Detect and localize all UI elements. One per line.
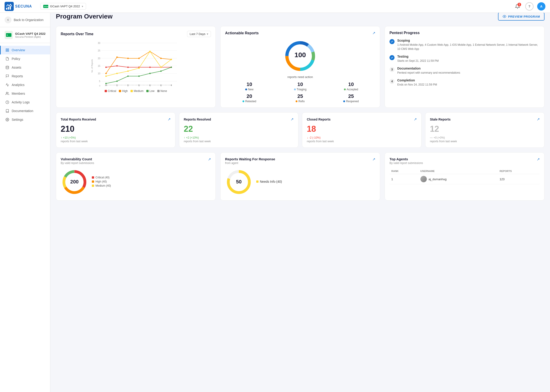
pentest-title: Pentest Progress [390,31,420,35]
stat-resolved-sublabel: reports from last week [184,140,294,143]
sidebar-item-documentation[interactable]: Documentation [0,107,50,115]
legend-none-label: None [160,89,167,93]
sidebar-item-documentation-label: Documentation [12,109,33,113]
svg-point-50 [127,58,129,59]
chart-filter-dropdown[interactable]: Last 7 Days ▾ [187,31,211,37]
vuln-medium-dot [92,185,94,187]
svg-text:Nov: Nov [104,86,108,86]
donut-center-value: 100 [295,51,306,59]
svg-point-57 [127,70,129,72]
page-title: Program Overview [56,13,112,20]
legend-critical-label: Critical [108,89,116,93]
stat-total-change: ↑ +10 (+5%) [61,136,171,139]
sidebar-item-overview[interactable]: Overview [0,46,50,55]
book-icon [5,109,9,113]
document-icon [5,57,9,61]
agents-title: Top Agents [390,157,423,161]
closed-down-icon: ↓ [307,136,308,139]
sidebar-item-assets-label: Assets [12,66,21,69]
pentest-header: Pentest Progress [390,31,540,35]
action-refix-dot [296,100,297,102]
stat-stale-value: 12 [430,124,540,134]
agent-rank-1: 1 [390,174,419,184]
action-accepted-dot [344,89,346,90]
legend-low-dot [146,90,149,92]
vuln-donut-value: 200 [70,179,79,185]
sidebar-item-policy-label: Policy [12,57,20,61]
legend-high: High [119,89,128,93]
svg-point-70 [116,85,118,86]
waiting-donut-svg: 50 [225,168,253,196]
action-triaging-value: 10 [276,81,325,87]
topnav: SECUNA GCash GCash VAPT Q4 2022 ▾ 1 ? A [0,0,550,13]
waiting-title: Reports Waiting For Response [225,157,275,161]
preview-program-button[interactable]: PREVIEW PROGRAM [498,12,544,21]
filter-chevron-icon: ▾ [207,32,208,36]
action-grid: 10 New 10 Triaging 10 [225,81,375,103]
action-triaging-dot [294,89,296,90]
user-avatar[interactable]: A [537,2,545,11]
svg-point-60 [160,67,162,68]
reports-chart-title: Reports Over Time [61,32,94,36]
stat-resolved: Reports Resolved ↗ 22 ↑ +2 (+10%) report… [179,112,299,148]
reports-need-action-label: reports need action [225,75,375,79]
stat-closed: Closed Reports ↗ 18 ↓ -2 (-10%) reports … [302,112,421,148]
stat-stale-link[interactable]: ↗ [537,117,540,121]
vuln-header: Vulnerability Count By valid report subm… [61,157,211,165]
org-selector[interactable]: GCash GCash VAPT Q4 2022 ▾ [40,3,86,10]
resolved-up-icon: ↑ [184,136,185,139]
sidebar-item-analytics[interactable]: Analytics [0,81,50,89]
action-item-reopened: 25 Reopened [327,93,375,103]
help-button[interactable]: ? [525,2,534,11]
sidebar-item-settings[interactable]: Settings [0,115,50,124]
stats-row: Total Reports Received ↗ 210 ↑ +10 (+5%)… [56,112,544,148]
table-row: 1 aj_dumanhug 123 [390,174,540,184]
svg-text:25: 25 [98,49,101,52]
svg-rect-9 [7,49,9,50]
step-documentation: 3 Documentation Pentest report with summ… [390,67,540,75]
legend-low-label: Low [150,89,155,93]
reports-chart-header: Reports Over Time Last 7 Days ▾ [61,31,211,37]
svg-point-12 [6,66,9,67]
stat-total-sublabel: reports from last week [61,140,171,143]
step-testing-desc: Starts on Sept 21, 2022 11:59 PM [397,59,439,63]
sidebar-item-assets[interactable]: Assets [0,63,50,72]
stat-closed-link[interactable]: ↗ [414,117,417,121]
stat-resolved-link[interactable]: ↗ [290,117,294,121]
chart-icon [5,83,9,87]
legend-medium-dot [130,90,133,92]
svg-point-61 [171,59,172,60]
step-completion: 4 Completion Ends on Nov 24, 2022 11:59 … [390,78,540,87]
stat-closed-title: Closed Reports [307,118,330,121]
back-to-org-button[interactable]: Back to Organization [0,13,50,27]
chart-legend: Critical High Medium Low None [61,89,211,93]
logo[interactable]: SECUNA [5,2,32,11]
agents-link-icon[interactable]: ↗ [537,157,540,161]
waiting-link-icon[interactable]: ↗ [372,157,375,161]
action-new-dot [245,89,247,90]
action-reopened-value: 25 [327,93,375,99]
agent-reports-1: 123 [498,174,540,184]
agents-header: Top Agents By valid report submissions ↗ [390,157,540,165]
sidebar-item-policy[interactable]: Policy [0,55,50,63]
action-accepted-label: Accepted [327,88,375,91]
stat-total-link[interactable]: ↗ [168,117,171,121]
clock-icon [5,100,9,104]
step-testing-title: Testing [397,55,439,58]
agents-subtitle: By valid report submissions [390,161,423,165]
vuln-link-icon[interactable]: ↗ [208,157,211,161]
step-completion-title: Completion [397,78,437,82]
action-item-accepted: 10 Accepted [327,81,375,91]
sidebar-item-activity-logs[interactable]: Activity Logs [0,98,50,107]
actionable-header: Actionable Reports ↗ [225,31,375,35]
legend-none-dot [157,90,159,92]
svg-point-17 [504,16,505,17]
stat-stale-header: Stale Reports ↗ [430,117,540,121]
agents-table-header: RANK USERNAME REPORTS [390,168,540,174]
sidebar-item-reports[interactable]: Reports [0,72,50,81]
sidebar-item-members[interactable]: Members [0,89,50,98]
notifications-button[interactable]: 1 [513,2,522,11]
action-retested-value: 20 [225,93,274,99]
agent-name-1: aj_dumanhug [429,177,447,181]
actionable-link-icon[interactable]: ↗ [372,31,375,35]
